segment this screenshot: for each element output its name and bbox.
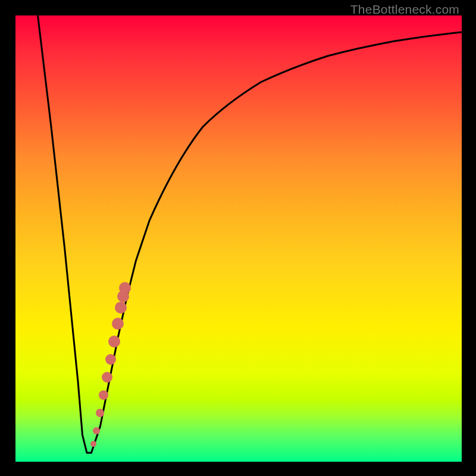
watermark-text: TheBottleneck.com — [350, 2, 459, 17]
marker-group — [90, 282, 131, 447]
plot-area — [15, 15, 462, 462]
marker-dot — [99, 390, 108, 400]
marker-dot — [112, 318, 124, 330]
marker-dot — [90, 441, 96, 447]
marker-dot — [119, 282, 131, 294]
marker-dot — [102, 372, 112, 383]
chart-frame: TheBottleneck.com — [0, 0, 476, 476]
marker-dot — [93, 427, 100, 434]
marker-dot — [115, 302, 127, 314]
chart-svg — [15, 15, 462, 462]
marker-dot — [108, 336, 120, 347]
marker-dot — [105, 354, 116, 365]
marker-dot — [96, 409, 104, 417]
bottleneck-curve — [38, 15, 462, 453]
